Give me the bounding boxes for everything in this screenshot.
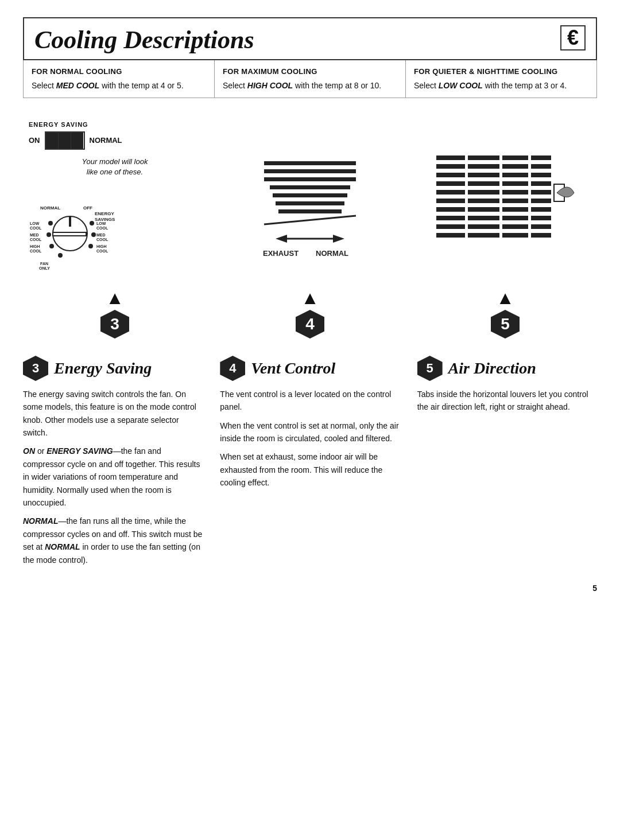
svg-rect-31	[270, 185, 350, 189]
energy-saving-badge-wrapper: ▲ 3	[100, 287, 129, 339]
vent-control-section-body: The vent control is a lever located on t…	[220, 388, 400, 489]
svg-text:HIGH: HIGH	[96, 244, 107, 248]
es-on-label: ON	[29, 136, 40, 145]
svg-rect-47	[436, 207, 551, 212]
svg-point-12	[49, 244, 54, 248]
air-direction-para-1: Tabs inside the horizontal louvers let y…	[417, 388, 597, 414]
energy-saving-section-title: Energy Saving	[54, 359, 152, 378]
es-switch-seg-3	[71, 133, 83, 149]
svg-point-9	[46, 232, 51, 237]
energy-saving-para-1: The energy saving switch controls the fa…	[23, 388, 203, 440]
svg-rect-33	[276, 201, 344, 205]
svg-rect-45	[436, 190, 551, 195]
air-direction-section-body: Tabs inside the horizontal louvers let y…	[417, 388, 597, 414]
control-knob-svg: NORMAL OFF ENERGY SAVINGS LOW COOL MED C…	[29, 182, 121, 279]
cooling-section-maximum: FOR MAXIMUM COOLING Select HIGH COOL wit…	[215, 60, 406, 98]
vent-control-badge-wrapper: ▲ 4	[296, 287, 324, 339]
vent-control-section-number: 4	[220, 356, 245, 381]
energy-saving-label: ENERGY SAVING	[29, 121, 201, 128]
vent-control-svg: EXHAUST NORMAL	[241, 150, 379, 287]
svg-marker-38	[333, 235, 344, 243]
quieter-cooling-text: Select LOW COOL with the temp at 3 or 4.	[414, 80, 588, 92]
air-direction-section-header: 5 Air Direction	[417, 356, 597, 381]
normal-cooling-heading: FOR NORMAL COOLING	[32, 66, 206, 77]
svg-rect-48	[436, 216, 551, 220]
page-number: 5	[23, 584, 597, 593]
header-icon: €	[560, 25, 586, 50]
svg-rect-43	[436, 173, 551, 177]
svg-line-35	[264, 216, 356, 224]
energy-saving-section-body: The energy saving switch controls the fa…	[23, 388, 203, 566]
vent-control-badge: 4	[296, 310, 324, 339]
svg-text:LOW: LOW	[96, 221, 106, 225]
svg-text:COOL: COOL	[30, 238, 42, 242]
svg-text:LOW: LOW	[30, 221, 40, 225]
svg-rect-53	[528, 155, 531, 238]
svg-text:ONLY: ONLY	[39, 266, 50, 270]
energy-saving-section-number: 3	[23, 356, 48, 381]
vent-control-section: 4 Vent Control The vent control is a lev…	[220, 356, 400, 572]
svg-rect-29	[264, 169, 356, 173]
es-normal-label: NORMAL	[90, 136, 122, 145]
vent-control-para-3: When set at exhaust, some indoor air wil…	[220, 450, 400, 489]
svg-text:EXHAUST: EXHAUST	[263, 249, 299, 258]
air-direction-section-number: 5	[417, 356, 443, 381]
svg-rect-28	[264, 161, 356, 165]
page-title: Cooling Descriptions	[34, 25, 254, 55]
svg-text:FAN: FAN	[40, 262, 48, 266]
air-direction-diagram-box: ▲ 5	[413, 150, 597, 339]
svg-point-6	[48, 221, 53, 225]
energy-saving-section: 3 Energy Saving The energy saving switch…	[23, 356, 203, 572]
vent-control-para-2: When the vent control is set at normal, …	[220, 419, 400, 445]
svg-text:NORMAL: NORMAL	[40, 205, 60, 211]
cooling-section-quieter: FOR QUIETER & NIGHTTIME COOLING Select L…	[406, 60, 596, 98]
normal-cooling-text: Select MED COOL with the temp at 4 or 5.	[32, 80, 206, 92]
svg-text:COOL: COOL	[96, 249, 108, 253]
air-direction-section: 5 Air Direction Tabs inside the horizont…	[417, 356, 597, 572]
svg-text:MED: MED	[96, 233, 106, 237]
svg-point-21	[91, 232, 96, 237]
svg-rect-30	[264, 177, 356, 181]
quieter-cooling-heading: FOR QUIETER & NIGHTTIME COOLING	[414, 66, 588, 77]
svg-marker-37	[276, 235, 287, 243]
energy-saving-badge: 3	[100, 310, 129, 339]
svg-rect-27	[53, 232, 86, 236]
svg-point-15	[58, 253, 63, 258]
es-switch	[45, 131, 85, 150]
maximum-cooling-heading: FOR MAXIMUM COOLING	[223, 66, 397, 77]
svg-text:NORMAL: NORMAL	[316, 249, 348, 258]
svg-point-18	[90, 221, 94, 225]
vent-control-diagram-box: EXHAUST NORMAL ▲ 4	[218, 150, 402, 339]
air-direction-section-title: Air Direction	[448, 359, 536, 378]
svg-rect-46	[436, 199, 551, 203]
svg-rect-52	[499, 155, 502, 238]
svg-rect-44	[436, 181, 551, 186]
air-direction-badge-wrapper: ▲ 5	[491, 287, 520, 339]
svg-rect-32	[273, 193, 347, 197]
up-arrow-4: ▲	[301, 287, 319, 309]
up-arrow-3: ▲	[106, 287, 124, 309]
svg-text:COOL: COOL	[96, 226, 108, 230]
svg-text:COOL: COOL	[96, 238, 108, 242]
energy-saving-switch-row: ON NORMAL	[29, 131, 201, 150]
bottom-sections: 3 Energy Saving The energy saving switch…	[23, 356, 597, 572]
svg-rect-49	[436, 224, 551, 229]
svg-rect-41	[436, 155, 551, 160]
energy-saving-section-header: 3 Energy Saving	[23, 356, 203, 381]
svg-text:HIGH: HIGH	[30, 244, 40, 248]
maximum-cooling-text: Select HIGH COOL with the temp at 8 or 1…	[223, 80, 397, 92]
svg-text:OFF: OFF	[83, 205, 92, 211]
es-switch-seg-1	[46, 133, 59, 149]
energy-saving-para-2: ON or ENERGY SAVING—the fan and compress…	[23, 445, 203, 509]
cooling-section-normal: FOR NORMAL COOLING Select MED COOL with …	[24, 60, 215, 98]
diagrams-row: ENERGY SAVING ON NORMAL Your model will …	[23, 115, 597, 339]
page-header: Cooling Descriptions €	[23, 17, 597, 60]
svg-rect-34	[278, 209, 342, 213]
svg-rect-42	[436, 164, 551, 169]
cooling-sections: FOR NORMAL COOLING Select MED COOL with …	[23, 60, 597, 98]
svg-text:COOL: COOL	[30, 249, 42, 253]
svg-rect-50	[436, 233, 551, 238]
energy-saving-para-3: NORMAL—the fan runs all the time, while …	[23, 515, 203, 566]
svg-rect-1	[69, 216, 71, 227]
svg-text:ENERGY: ENERGY	[95, 211, 114, 216]
